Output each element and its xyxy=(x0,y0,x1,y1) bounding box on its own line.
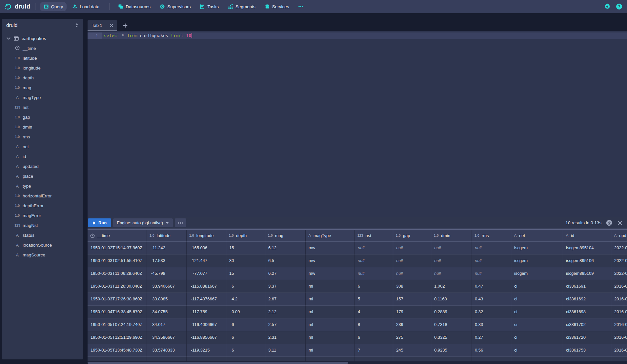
sql-editor[interactable]: 1 select * from earthquakes limit 10 xyxy=(88,31,627,217)
tree-column-magType[interactable]: AmagType xyxy=(2,92,83,102)
results-header-gap[interactable]: 1.0gap xyxy=(393,230,431,242)
cell-nst[interactable]: 8 xyxy=(355,318,393,331)
cell-upd[interactable]: 2016-0 xyxy=(611,318,627,331)
cell-dmin[interactable]: 0.2889 xyxy=(431,306,472,318)
cell-id[interactable]: ci3361692 xyxy=(563,293,611,306)
cell-net[interactable]: ci xyxy=(511,306,563,318)
cell-net[interactable]: ci xyxy=(511,280,563,293)
results-header-upd[interactable]: Aupd xyxy=(611,230,627,242)
tree-column-rms[interactable]: 1.0rms xyxy=(2,132,83,142)
nav-item-load-data[interactable]: Load data xyxy=(69,2,103,11)
tree-column-id[interactable]: Aid xyxy=(2,152,83,161)
engine-select-button[interactable]: Engine: auto (sql-native) xyxy=(113,218,173,227)
cell-dmin[interactable]: 0.9235 xyxy=(431,344,472,357)
cell-rms[interactable]: null xyxy=(472,242,511,254)
cell-nst[interactable]: null xyxy=(355,267,393,280)
tree-column-longitude[interactable]: 1.0longitude xyxy=(2,63,83,73)
cell-gap[interactable]: 179 xyxy=(393,306,431,318)
nav-item-query[interactable]: Query xyxy=(40,2,67,11)
cell-latitude[interactable]: 33.8885 xyxy=(147,293,187,306)
cell-id[interactable]: iscgem895109 xyxy=(563,267,611,280)
cell-magType[interactable]: ml xyxy=(306,331,355,344)
nav-item-services[interactable]: Services xyxy=(261,2,293,11)
tree-column-magNst[interactable]: 123magNst xyxy=(2,220,83,230)
cell-dmin[interactable]: 1.002 xyxy=(431,280,472,293)
cell-upd[interactable]: 2022-0 xyxy=(611,254,627,267)
results-header-latitude[interactable]: 1.0latitude xyxy=(147,230,187,242)
cell-mag[interactable]: 2.31 xyxy=(265,331,306,344)
cell-magType[interactable]: mw xyxy=(306,254,355,267)
cell-gap[interactable]: 275 xyxy=(393,331,431,344)
cell-depth[interactable]: 6 xyxy=(226,331,265,344)
cell-nst[interactable] xyxy=(355,357,393,361)
cell-upd[interactable]: 2016-0 xyxy=(611,280,627,293)
cell-magType[interactable] xyxy=(306,357,355,361)
cell-dmin[interactable]: null xyxy=(431,242,472,254)
cell-__time[interactable]: 1950-01-03T11:26:30.040Z xyxy=(88,280,147,293)
nav-item-more[interactable] xyxy=(294,2,307,11)
cell-longitude[interactable]: -115.8881667 xyxy=(187,280,226,293)
tree-column-gap[interactable]: 1.0gap xyxy=(2,112,83,122)
cell-longitude[interactable] xyxy=(187,357,226,361)
cell-longitude[interactable]: 121.447 xyxy=(187,254,226,267)
tree-table-earthquakes[interactable]: earthquakes xyxy=(2,33,83,43)
tree-column-depth[interactable]: 1.0depth xyxy=(2,73,83,83)
cell-nst[interactable]: 6 xyxy=(355,280,393,293)
cell-__time[interactable]: 1950-01-02T15:14:37.960Z xyxy=(88,242,147,254)
nav-item-tasks[interactable]: Tasks xyxy=(196,2,222,11)
cell-latitude[interactable]: 33.9406667 xyxy=(147,280,187,293)
cell-id[interactable]: ci3361702 xyxy=(563,318,611,331)
cell-__time[interactable]: 1950-01-03T11:06:28.640Z xyxy=(88,267,147,280)
cell-magType[interactable]: ml xyxy=(306,293,355,306)
cell-latitude[interactable] xyxy=(147,357,187,361)
cell-gap[interactable]: 245 xyxy=(393,344,431,357)
sort-icon[interactable] xyxy=(74,23,79,28)
cell-__time[interactable]: 1950-01-03T02:51:55.410Z xyxy=(88,254,147,267)
cell-net[interactable] xyxy=(511,357,563,361)
cell-depth[interactable]: 6 xyxy=(226,344,265,357)
cell-mag[interactable]: 6.27 xyxy=(265,267,306,280)
cell-mag[interactable]: 6.5 xyxy=(265,254,306,267)
cell-net[interactable]: ci xyxy=(511,318,563,331)
tree-column-__time[interactable]: __time xyxy=(2,43,83,53)
tree-column-type[interactable]: Atype xyxy=(2,181,83,191)
results-header-id[interactable]: Aid xyxy=(563,230,611,242)
tree-column-magError[interactable]: 1.0magError xyxy=(2,211,83,220)
cell-gap[interactable] xyxy=(393,357,431,361)
cell-depth[interactable]: 15 xyxy=(226,267,265,280)
query-more-button[interactable] xyxy=(175,218,186,227)
cell-__time[interactable]: 1950-01-05T07:24:19.740Z xyxy=(88,318,147,331)
tree-column-depthError[interactable]: 1.0depthError xyxy=(2,201,83,211)
cell-latitude[interactable]: -45.798 xyxy=(147,267,187,280)
cell-mag[interactable]: 2.12 xyxy=(265,306,306,318)
cell-longitude[interactable]: -77.077 xyxy=(187,267,226,280)
cell-upd[interactable]: 2016-0 xyxy=(611,293,627,306)
cell-net[interactable]: iscgem xyxy=(511,242,563,254)
tree-column-place[interactable]: Aplace xyxy=(2,171,83,181)
cell-depth[interactable] xyxy=(226,357,265,361)
cell-rms[interactable]: 0.47 xyxy=(472,280,511,293)
cell-dmin[interactable]: 0.1168 xyxy=(431,293,472,306)
cell-depth[interactable]: 15 xyxy=(226,242,265,254)
cell-dmin[interactable]: 0.7318 xyxy=(431,318,472,331)
add-tab-button[interactable] xyxy=(120,21,130,30)
horizontal-scrollbar-thumb[interactable] xyxy=(88,362,348,364)
tab-close-icon[interactable] xyxy=(109,23,114,28)
cell-id[interactable]: ci3361698 xyxy=(563,306,611,318)
nav-item-supervisors[interactable]: Supervisors xyxy=(156,2,194,11)
cell-gap[interactable]: null xyxy=(393,242,431,254)
cell-rms[interactable]: 0.27 xyxy=(472,331,511,344)
cell-depth[interactable]: 30 xyxy=(226,254,265,267)
cell-gap[interactable]: 157 xyxy=(393,293,431,306)
cell-mag[interactable]: 2.67 xyxy=(265,293,306,306)
cell-rms[interactable]: null xyxy=(472,254,511,267)
cell-latitude[interactable]: 34.017 xyxy=(147,318,187,331)
cell-mag[interactable]: 3.37 xyxy=(265,280,306,293)
cell-upd[interactable]: 2022-0 xyxy=(611,242,627,254)
results-header-nst[interactable]: 123nst xyxy=(355,230,393,242)
nav-item-datasources[interactable]: Datasources xyxy=(114,2,154,11)
cell-upd[interactable] xyxy=(611,357,627,361)
cell-longitude[interactable]: -116.4006667 xyxy=(187,318,226,331)
results-header-mag[interactable]: 1.0mag xyxy=(265,230,306,242)
cell-id[interactable]: iscgem895106 xyxy=(563,254,611,267)
